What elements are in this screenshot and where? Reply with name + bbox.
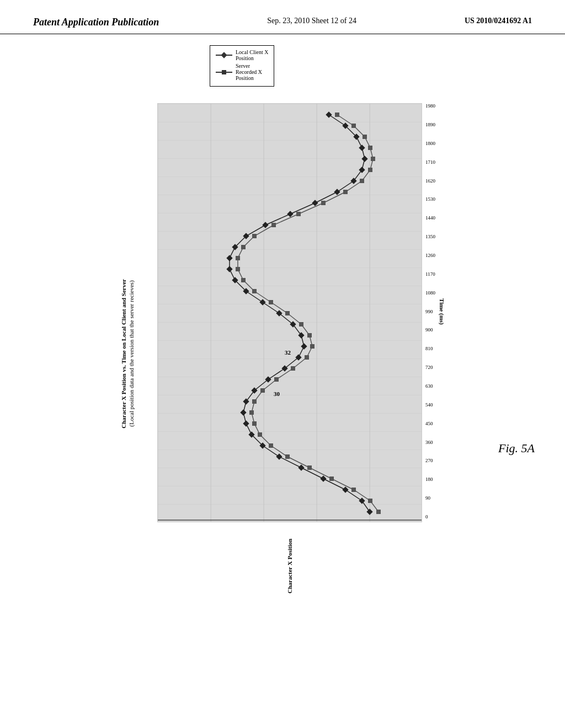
annotation-30: 30	[274, 390, 280, 397]
legend-label-2: ServerRecorded XPosition	[236, 63, 262, 81]
svg-rect-55	[291, 366, 295, 371]
time-tick-1890: 1890	[425, 122, 435, 127]
svg-rect-75	[368, 146, 372, 150]
time-axis-label: Time (ms)	[439, 103, 445, 520]
svg-rect-50	[252, 421, 257, 426]
chart-legend: Local Client XPosition ServerRecorded XP…	[210, 45, 274, 87]
time-tick-900: 900	[425, 327, 435, 333]
svg-rect-53	[260, 388, 265, 393]
time-tick-1350: 1350	[425, 234, 435, 239]
main-content: Local Client XPosition ServerRecorded XP…	[0, 34, 565, 615]
time-tick-270: 270	[425, 458, 435, 463]
time-tick-540: 540	[425, 402, 435, 408]
time-tick-990: 990	[425, 309, 435, 314]
legend-item-2: ServerRecorded XPosition	[216, 63, 268, 81]
svg-rect-74	[371, 157, 375, 161]
svg-rect-49	[258, 432, 262, 437]
patent-number: US 2010/0241692 A1	[465, 17, 532, 25]
time-tick-360: 360	[425, 440, 435, 445]
legend-square-icon	[222, 70, 226, 74]
time-tick-720: 720	[425, 365, 435, 370]
svg-rect-43	[368, 499, 372, 503]
time-tick-1710: 1710	[425, 159, 435, 165]
chart-and-axes: 32 30 20 15 10 5 0 Character X Position	[157, 103, 445, 604]
svg-rect-52	[252, 399, 257, 404]
chart-svg: 32 30 20 15 10 5 0	[157, 103, 422, 522]
svg-rect-44	[351, 488, 356, 492]
legend-diamond-icon	[221, 52, 227, 58]
svg-rect-71	[343, 190, 348, 194]
x-axis-label-wrapper: Character X Position	[157, 527, 422, 604]
svg-rect-77	[351, 124, 356, 128]
svg-rect-67	[252, 234, 257, 238]
svg-rect-51	[249, 410, 254, 415]
x-axis-label: Character X Position	[286, 527, 293, 604]
svg-rect-58	[307, 333, 312, 338]
chart-svg-wrapper: 32 30 20 15 10 5 0 Character X Position	[157, 103, 422, 604]
legend-label-1: Local Client XPosition	[236, 49, 268, 61]
svg-rect-76	[363, 135, 367, 139]
time-tick-1800: 1800	[425, 141, 435, 146]
svg-rect-66	[241, 245, 246, 249]
annotation-32: 32	[285, 349, 291, 356]
svg-rect-78	[335, 113, 339, 117]
time-axis-ticks: 0 90 180 270 360 450 540 630 720 810 900…	[424, 103, 436, 520]
time-tick-1260: 1260	[425, 253, 435, 258]
svg-rect-48	[269, 443, 273, 448]
svg-rect-54	[274, 377, 279, 382]
time-tick-1530: 1530	[425, 196, 435, 202]
time-tick-630: 630	[425, 383, 435, 389]
legend-line-2	[216, 72, 232, 73]
svg-rect-61	[269, 300, 273, 304]
time-tick-450: 450	[425, 421, 435, 426]
time-axis-wrapper: 0 90 180 270 360 450 540 630 720 810 900…	[424, 103, 445, 520]
svg-rect-70	[321, 201, 326, 205]
sheet-info: Sep. 23, 2010 Sheet 12 of 24	[267, 17, 356, 25]
svg-rect-46	[307, 465, 312, 470]
figure-label: Fig. 5A	[498, 441, 535, 456]
svg-rect-68	[271, 223, 276, 227]
time-tick-90: 90	[425, 495, 435, 501]
y-axis-label: Character X Position vs. Time on Local C…	[120, 279, 153, 429]
svg-rect-62	[252, 289, 257, 293]
chart-container: Character X Position vs. Time on Local C…	[120, 103, 445, 604]
svg-rect-60	[285, 311, 290, 315]
time-tick-180: 180	[425, 477, 435, 482]
svg-rect-42	[376, 510, 381, 514]
time-tick-1620: 1620	[425, 178, 435, 184]
svg-rect-64	[236, 267, 240, 271]
svg-rect-72	[360, 179, 364, 183]
legend-line-1	[216, 55, 232, 56]
page-header: Patent Application Publication Sep. 23, …	[0, 0, 565, 34]
svg-rect-59	[299, 322, 303, 326]
svg-rect-45	[329, 477, 334, 481]
svg-rect-69	[296, 212, 301, 216]
svg-rect-0	[158, 104, 422, 522]
svg-rect-56	[305, 355, 309, 360]
time-tick-1170: 1170	[425, 271, 435, 277]
legend-item-1: Local Client XPosition	[216, 49, 268, 61]
svg-rect-65	[236, 256, 240, 260]
time-tick-1980: 1980	[425, 103, 435, 109]
svg-rect-47	[285, 454, 290, 459]
svg-rect-57	[310, 344, 315, 349]
svg-rect-73	[368, 168, 372, 172]
time-tick-0: 0	[425, 514, 435, 520]
time-tick-1440: 1440	[425, 215, 435, 221]
time-tick-810: 810	[425, 346, 435, 351]
publication-title: Patent Application Publication	[33, 17, 159, 28]
time-tick-1080: 1080	[425, 290, 435, 296]
svg-rect-63	[241, 278, 246, 282]
